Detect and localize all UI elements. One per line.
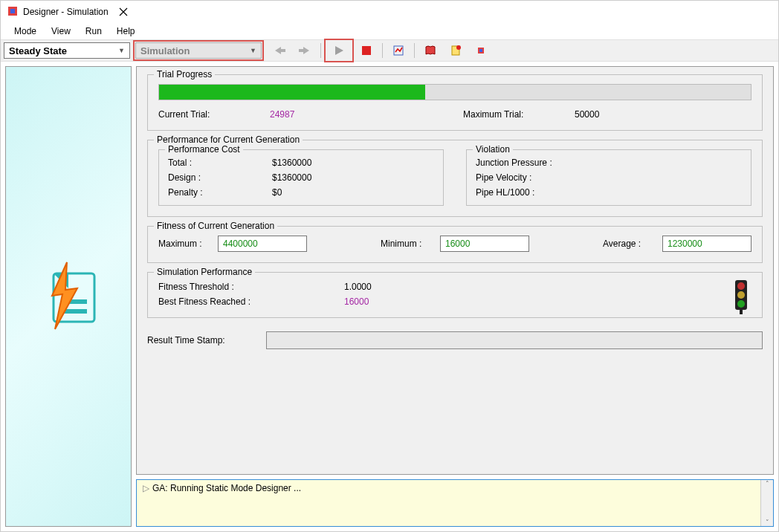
log-line: GA: Running Static Mode Designer ... xyxy=(152,483,301,493)
close-button[interactable] xyxy=(109,1,138,22)
violation-hl-label: Pipe HL/1000 : xyxy=(476,187,595,198)
cost-title: Performance Cost xyxy=(165,144,243,155)
performance-row: Performance Cost Total : $1360000 Design… xyxy=(158,149,751,206)
fitness-max-value: 4400000 xyxy=(223,239,258,249)
max-trial-value: 50000 xyxy=(575,109,599,120)
performance-title: Performance for Current Generation xyxy=(154,134,303,145)
main-panel: Trial Progress Current Trial: 24987 Maxi… xyxy=(136,66,774,527)
menu-help[interactable]: Help xyxy=(111,25,141,38)
chevron-down-icon: ▼ xyxy=(118,47,125,54)
max-trial-label: Maximum Trial: xyxy=(463,109,575,120)
fitness-group: Fitness of Current Generation Maximum : … xyxy=(147,226,763,263)
traffic-light-icon xyxy=(731,279,751,318)
fitness-min-value: 16000 xyxy=(445,239,470,249)
cost-total-label: Total : xyxy=(168,158,272,168)
svg-rect-3 xyxy=(299,49,305,52)
fitness-max-input[interactable]: 4400000 xyxy=(218,236,307,252)
fitness-min-input[interactable]: 16000 xyxy=(440,236,529,252)
form-panel: Trial Progress Current Trial: 24987 Maxi… xyxy=(136,66,774,475)
mode-select-value: Steady State xyxy=(9,45,67,56)
designer-button[interactable] xyxy=(470,41,492,60)
menu-mode[interactable]: Mode xyxy=(8,25,42,38)
cost-design-value: $1360000 xyxy=(272,172,311,183)
menubar: Mode View Run Help xyxy=(1,23,778,39)
fitness-max-label: Maximum : xyxy=(158,239,210,249)
toolbar-separator xyxy=(320,43,321,58)
svg-point-16 xyxy=(737,300,745,308)
current-trial-value: 24987 xyxy=(270,109,463,120)
violation-junction-label: Junction Pressure : xyxy=(476,158,595,168)
svg-rect-1 xyxy=(10,9,15,13)
menu-view[interactable]: View xyxy=(45,25,77,38)
cost-penalty-label: Penalty : xyxy=(168,187,272,198)
sim-perf-title: Simulation Performance xyxy=(154,267,255,277)
violation-group: Violation Junction Pressure : Pipe Veloc… xyxy=(466,149,751,206)
log-scrollbar[interactable]: ˄ ˅ xyxy=(760,480,773,526)
fitness-avg-label: Average : xyxy=(603,239,655,249)
book-button[interactable] xyxy=(419,41,442,60)
lightning-doc-icon xyxy=(31,251,106,343)
threshold-value: 1.0000 xyxy=(344,282,372,292)
current-trial-label: Current Trial: xyxy=(158,109,270,120)
sim-select-highlight: Simulation ▼ xyxy=(133,40,264,61)
sim-select[interactable]: Simulation ▼ xyxy=(135,42,262,59)
timestamp-row: Result Time Stamp: xyxy=(147,331,763,349)
window-title: Designer - Simulation xyxy=(23,7,109,17)
report-button[interactable] xyxy=(445,41,467,60)
cost-group: Performance Cost Total : $1360000 Design… xyxy=(158,149,444,206)
best-fitness-value: 16000 xyxy=(344,296,369,307)
svg-rect-17 xyxy=(740,310,743,314)
violation-velocity-label: Pipe Velocity : xyxy=(476,172,595,183)
play-button[interactable] xyxy=(328,41,350,60)
svg-point-14 xyxy=(737,282,745,290)
fitness-row: Maximum : 4400000 Minimum : 16000 Averag… xyxy=(158,236,751,252)
chart-button[interactable] xyxy=(387,41,410,60)
toolbar: Steady State ▼ Simulation ▼ xyxy=(1,39,778,62)
trial-progress-title: Trial Progress xyxy=(154,69,215,80)
side-panel xyxy=(5,66,132,527)
best-fitness-label: Best Fitness Reached : xyxy=(158,296,344,307)
fitness-min-label: Minimum : xyxy=(381,239,433,249)
titlebar: Designer - Simulation xyxy=(1,1,778,23)
timestamp-label: Result Time Stamp: xyxy=(147,335,259,346)
sim-select-value: Simulation xyxy=(140,45,190,56)
fitness-avg-value: 1230000 xyxy=(668,239,702,249)
toolbar-separator xyxy=(414,43,415,58)
sim-perf-group: Simulation Performance Fitness Threshold… xyxy=(147,272,763,318)
scroll-up-icon[interactable]: ˄ xyxy=(766,480,769,487)
timestamp-input[interactable] xyxy=(266,331,763,349)
fitness-avg-input[interactable]: 1230000 xyxy=(662,236,751,252)
cost-design-label: Design : xyxy=(168,172,272,183)
trial-row: Current Trial: 24987 Maximum Trial: 5000… xyxy=(158,109,751,120)
svg-point-15 xyxy=(737,291,745,299)
chevron-down-icon: ▼ xyxy=(250,47,256,54)
app-icon xyxy=(7,5,19,19)
cost-total-value: $1360000 xyxy=(272,158,311,168)
log-panel: ▷ GA: Running Static Mode Designer ... ˄… xyxy=(136,479,774,527)
play-button-highlight xyxy=(324,39,354,62)
trial-progress-bar xyxy=(158,84,751,100)
menu-run[interactable]: Run xyxy=(80,25,108,38)
svg-rect-4 xyxy=(362,46,371,55)
trial-progress-group: Trial Progress Current Trial: 24987 Maxi… xyxy=(147,74,763,131)
mode-select[interactable]: Steady State ▼ xyxy=(4,42,130,59)
toolbar-separator xyxy=(382,43,383,58)
scroll-down-icon[interactable]: ˅ xyxy=(766,519,769,526)
nav-forward-button[interactable] xyxy=(294,41,316,60)
trial-progress-fill xyxy=(159,85,425,100)
nav-back-button[interactable] xyxy=(268,41,291,60)
cost-penalty-value: $0 xyxy=(272,187,282,198)
svg-rect-2 xyxy=(279,49,285,52)
performance-group: Performance for Current Generation Perfo… xyxy=(147,140,763,217)
content-area: Trial Progress Current Trial: 24987 Maxi… xyxy=(1,62,778,531)
threshold-label: Fitness Threshold : xyxy=(158,282,344,292)
fitness-title: Fitness of Current Generation xyxy=(154,221,277,231)
violation-title: Violation xyxy=(473,144,513,155)
svg-point-7 xyxy=(456,45,461,50)
log-expand-icon[interactable]: ▷ xyxy=(143,483,149,493)
stop-button[interactable] xyxy=(355,41,378,60)
svg-rect-9 xyxy=(479,49,482,52)
